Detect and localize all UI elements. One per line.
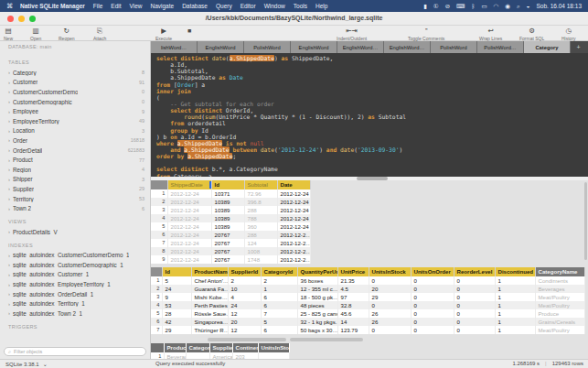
- cell[interactable]: 0: [411, 326, 454, 334]
- cell[interactable]: 10371: [211, 189, 244, 198]
- table-row[interactable]: 82012-12-242076710082012-12-2…: [151, 247, 310, 255]
- cell[interactable]: 10389: [211, 198, 244, 206]
- cell[interactable]: 6: [261, 326, 297, 334]
- battery-icon[interactable]: ▭: [481, 0, 486, 12]
- cell[interactable]: Perth Pasties: [191, 301, 228, 309]
- cell[interactable]: 12 - 355 ml c…: [297, 285, 337, 293]
- table-row[interactable]: 224Guaraná Fa…10112 - 355 ml c…4.520001B…: [151, 285, 584, 293]
- menu-navigate[interactable]: Navigate: [150, 3, 174, 9]
- cell[interactable]: 2012-12-2…: [277, 239, 310, 247]
- column-header-unitsinstock[interactable]: UnitsInStock: [369, 267, 411, 276]
- cell[interactable]: 97: [337, 293, 369, 301]
- column-header-continent[interactable]: Continent: [232, 343, 258, 352]
- cell[interactable]: 2012-12-24: [167, 247, 211, 255]
- cell[interactable]: 2012-12-24: [277, 198, 310, 206]
- sidebar-item-sqlite-autoindex-employeeterritory-1[interactable]: ›sqlite_autoindex_EmployeeTerritory_1: [0, 279, 150, 289]
- indent-outdent-button[interactable]: ⇤⇥ Indent/Outdent: [337, 27, 367, 41]
- cell[interactable]: Meat/Poultry: [535, 293, 584, 301]
- cell[interactable]: 0: [411, 276, 454, 285]
- cell[interactable]: 0: [411, 301, 454, 309]
- lock-icon[interactable]: ▮: [423, 0, 427, 12]
- keyboard-icon[interactable]: ⌨: [456, 0, 465, 12]
- column-header-categoryid[interactable]: CategoryId: [261, 267, 297, 276]
- cell[interactable]: Meat/Poultry: [535, 326, 584, 334]
- cell[interactable]: 20: [228, 318, 261, 326]
- tab-englishword-[interactable]: EnglishWord…: [337, 41, 384, 53]
- cell[interactable]: 20767: [211, 255, 244, 264]
- sidebar-item-town-2[interactable]: ›Town 26: [0, 203, 150, 213]
- sidebar-item-shipper[interactable]: ›Shipper3: [0, 175, 150, 185]
- cell[interactable]: 2012-12-24: [167, 214, 211, 222]
- cell[interactable]: 0: [454, 318, 495, 326]
- cell[interactable]: 20767: [211, 231, 244, 239]
- cell[interactable]: 2012-12-2…: [277, 231, 310, 239]
- open-button[interactable]: ▥ Open: [30, 27, 41, 41]
- reopen-button[interactable]: ↻ Reopen: [59, 27, 75, 41]
- cell[interactable]: 12: [228, 309, 261, 318]
- cell[interactable]: 21.35: [337, 276, 369, 285]
- sidebar-item-orderdetail[interactable]: ›OrderDetail621883: [0, 146, 150, 156]
- cell[interactable]: 2012-12-24: [277, 189, 310, 198]
- format-sql-button[interactable]: ⚙ Format SQL: [519, 27, 544, 41]
- scrollbar-thumb[interactable]: [208, 338, 286, 341]
- cell[interactable]: 25 - 825 g cans: [297, 309, 337, 318]
- tab-category[interactable]: Category: [524, 41, 571, 53]
- column-header-supplier[interactable]: Supplier: [209, 343, 232, 352]
- cell[interactable]: 7: [261, 309, 297, 318]
- column-header-shippeddate[interactable]: ShippedDate: [167, 180, 211, 189]
- cell[interactable]: 0: [454, 309, 495, 318]
- cell[interactable]: 29: [369, 293, 411, 301]
- cell[interactable]: Thüringer R…: [191, 326, 228, 334]
- cell[interactable]: 1: [495, 285, 535, 293]
- cell[interactable]: 10: [228, 285, 261, 293]
- cell[interactable]: 4.5: [337, 285, 369, 293]
- cell[interactable]: 32 - 1 kg pkgs.: [297, 318, 337, 326]
- toggle-comments-button[interactable]: ” Toggle Comments: [408, 27, 444, 41]
- wrap-lines-button[interactable]: ↩ Wrap Lines: [479, 27, 502, 41]
- cell[interactable]: 396.8: [244, 198, 277, 206]
- cell[interactable]: Rössle Saue…: [191, 309, 228, 318]
- column-header-quantityperunit[interactable]: QuantityPerUnit: [297, 267, 337, 276]
- tab-polishword-[interactable]: PolishWord…: [477, 41, 524, 53]
- table-row[interactable]: 12012-12-241037172.962012-12-24: [151, 189, 310, 198]
- cell[interactable]: 0: [454, 293, 495, 301]
- cell[interactable]: 360: [244, 222, 277, 231]
- cell[interactable]: 26: [369, 309, 411, 318]
- cell[interactable]: 72.96: [244, 189, 277, 198]
- sidebar-item-employeeterritory[interactable]: ›EmployeeTerritory49: [0, 116, 150, 126]
- table-row[interactable]: 72012-12-24207671242012-12-2…: [151, 239, 310, 247]
- cell[interactable]: 20767: [211, 239, 244, 247]
- cell[interactable]: 6: [261, 293, 297, 301]
- cell[interactable]: 1748: [244, 255, 277, 264]
- table-row[interactable]: 42012-12-24103897882012-12-24: [151, 214, 310, 222]
- sidebar-item-customer[interactable]: ›Customer91: [0, 78, 150, 88]
- column-header-subtotal[interactable]: Subtotal: [244, 180, 277, 189]
- cell[interactable]: 124: [244, 239, 277, 247]
- cell[interactable]: 42: [162, 318, 191, 326]
- column-header-unitsonorder[interactable]: UnitsOnOrder: [411, 267, 454, 276]
- column-header-product[interactable]: Product: [164, 343, 186, 352]
- column-header-supplierid[interactable]: SupplierId: [228, 267, 261, 276]
- cell[interactable]: Condiments: [535, 276, 584, 285]
- cell[interactable]: 0: [454, 276, 495, 285]
- cell[interactable]: 2012-12-24: [277, 222, 310, 231]
- column-header-id[interactable]: Id: [162, 267, 191, 276]
- tab-englishword[interactable]: EnglishWord: [198, 41, 244, 53]
- cell[interactable]: 0: [369, 326, 411, 334]
- menubar-clock[interactable]: Sob. 16.04 18:13: [536, 3, 582, 9]
- cell[interactable]: 4: [228, 293, 261, 301]
- cell[interactable]: 28: [162, 309, 191, 318]
- cell[interactable]: 20767: [211, 247, 244, 255]
- cell[interactable]: 10389: [211, 222, 244, 231]
- column-header-discontinued[interactable]: Discontinued: [495, 267, 535, 276]
- table-row[interactable]: 22012-12-2410389396.82012-12-24: [151, 198, 310, 206]
- menu-window[interactable]: Window: [264, 3, 285, 9]
- column-header-categoryname[interactable]: CategoryName: [535, 267, 584, 276]
- sidebar-item-sqlite-autoindex-customercustomerdemo-1[interactable]: ›sqlite_autoindex_CustomerCustomerDemo_1: [0, 251, 150, 261]
- history-button[interactable]: ◷ History: [561, 27, 576, 41]
- cell[interactable]: 9: [162, 293, 191, 301]
- column-header-productname[interactable]: ProductName: [191, 267, 228, 276]
- cell[interactable]: Chef Anton'…: [191, 276, 228, 285]
- cell[interactable]: 24: [162, 285, 191, 293]
- user-icon[interactable]: ◒: [527, 0, 530, 12]
